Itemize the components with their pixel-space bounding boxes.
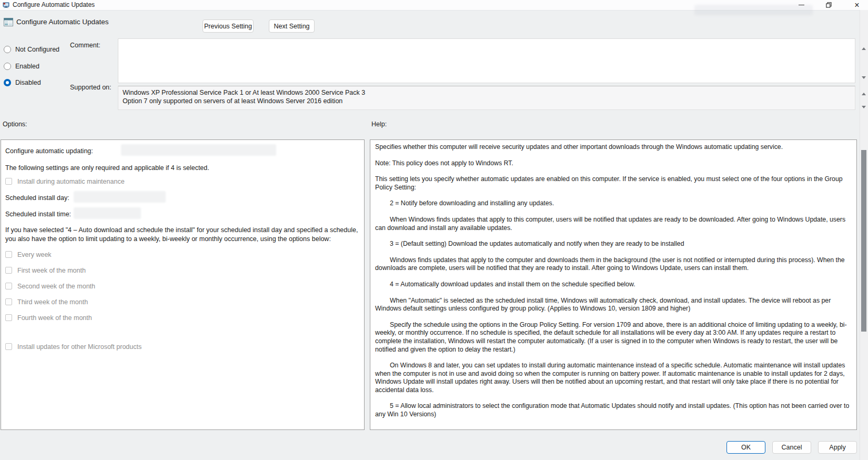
checkbox-label: Install updates for other Microsoft prod…: [17, 343, 142, 351]
checkbox-second-week: Second week of the month: [5, 282, 95, 291]
checkbox-icon: [5, 298, 12, 305]
checkbox-every-week: Every week: [5, 250, 52, 259]
supported-on-line: Windows XP Professional Service Pack 1 o…: [123, 88, 851, 97]
checkbox-icon: [5, 283, 12, 289]
radio-label: Disabled: [15, 79, 41, 86]
help-paragraph: 5 = Allow local administrators to select…: [375, 402, 852, 418]
checkbox-label: Second week of the month: [17, 283, 95, 290]
help-text: Specifies whether this computer will rec…: [370, 140, 856, 419]
radio-label: Not Configured: [15, 46, 59, 53]
apply-button[interactable]: Apply: [818, 441, 857, 454]
scrollbar-thumb[interactable]: [861, 150, 866, 332]
comment-label: Comment:: [70, 42, 100, 49]
restore-button[interactable]: [821, 0, 836, 10]
radio-icon: [4, 63, 11, 70]
checkbox-icon: [5, 251, 12, 258]
checkbox-icon: [5, 267, 12, 274]
help-paragraph: 4 = Automatically download updates and i…: [375, 281, 852, 289]
options-panel: Configure automatic updating: The follow…: [1, 139, 365, 430]
scheduled-time-dropdown-disabled: [74, 207, 141, 219]
note-4-selected: The following settings are only required…: [5, 163, 209, 172]
checkbox-install-during-maintenance: Install during automatic maintenance: [5, 177, 125, 186]
scheduled-day-dropdown-disabled: [74, 191, 166, 203]
comment-input[interactable]: [118, 38, 855, 83]
help-paragraph: Note: This policy does not apply to Wind…: [375, 159, 852, 168]
configure-updating-label: Configure automatic updating:: [5, 146, 93, 155]
supported-scroll-up-icon[interactable]: [862, 93, 866, 95]
cancel-button[interactable]: Cancel: [772, 441, 811, 454]
help-paragraph: Specify the schedule using the options i…: [375, 321, 852, 354]
supported-on-box: Windows XP Professional Service Pack 1 o…: [118, 86, 855, 110]
comment-scroll-up-icon[interactable]: [862, 47, 866, 50]
help-paragraph: Windows finds updates that apply to the …: [375, 256, 852, 273]
next-setting-button[interactable]: Next Setting: [269, 19, 315, 33]
checkbox-first-week: First week of the month: [5, 266, 86, 275]
checkbox-label: Fourth week of the month: [17, 314, 92, 322]
window-title: Configure Automatic Updates: [13, 1, 95, 8]
help-panel: Specifies whether this computer will rec…: [370, 139, 857, 430]
help-section-label: Help:: [371, 121, 387, 128]
app-icon: [3, 2, 9, 8]
supported-on-label: Supported on:: [70, 84, 112, 91]
minimize-button[interactable]: [793, 0, 809, 10]
help-paragraph: When "Automatic" is selected as the sche…: [375, 297, 852, 313]
radio-label: Enabled: [15, 63, 39, 70]
checkbox-other-microsoft-products: Install updates for other Microsoft prod…: [5, 342, 142, 351]
help-paragraph: Specifies whether this computer will rec…: [375, 143, 852, 152]
help-paragraph: 3 = (Default setting) Download the updat…: [375, 240, 852, 248]
checkbox-label: Install during automatic maintenance: [17, 178, 125, 185]
checkbox-label: Every week: [17, 251, 52, 258]
checkbox-fourth-week: Fourth week of the month: [5, 313, 92, 322]
options-section-label: Options:: [3, 121, 27, 128]
radio-disabled[interactable]: Disabled: [4, 78, 41, 87]
configure-updating-dropdown-disabled: [121, 144, 276, 156]
comment-scroll-down-icon[interactable]: [862, 76, 866, 79]
checkbox-third-week: Third week of the month: [5, 297, 88, 306]
close-button[interactable]: ×: [848, 0, 866, 10]
checkbox-label: First week of the month: [17, 267, 86, 274]
scheduled-install-day-label: Scheduled install day:: [5, 193, 69, 202]
supported-on-line: Option 7 only supported on servers of at…: [123, 97, 851, 105]
minimize-icon: [799, 5, 804, 5]
schedule-note: If you have selected "4 – Auto download …: [5, 226, 359, 244]
previous-setting-button[interactable]: Previous Setting: [203, 19, 254, 33]
supported-scroll-down-icon[interactable]: [862, 106, 866, 108]
restore-icon: [826, 2, 832, 8]
checkbox-icon: [5, 343, 12, 350]
radio-icon: [4, 46, 11, 53]
help-paragraph: 2 = Notify before downloading and instal…: [375, 199, 852, 208]
checkbox-icon: [5, 314, 12, 321]
scheduled-install-time-label: Scheduled install time:: [5, 209, 71, 218]
radio-selected-icon: [4, 79, 11, 86]
checkbox-label: Third week of the month: [17, 298, 88, 306]
help-paragraph: This setting lets you specify whether au…: [375, 175, 852, 192]
policy-setting-icon: [4, 17, 13, 27]
setting-title: Configure Automatic Updates: [16, 18, 109, 26]
radio-enabled[interactable]: Enabled: [4, 62, 39, 71]
radio-not-configured[interactable]: Not Configured: [4, 45, 59, 54]
help-paragraph: When Windows finds updates that apply to…: [375, 216, 852, 232]
ok-button[interactable]: OK: [726, 441, 765, 454]
close-icon: ×: [854, 1, 859, 9]
help-paragraph: On Windows 8 and later, you can set upda…: [375, 362, 852, 394]
checkbox-icon: [5, 178, 12, 185]
